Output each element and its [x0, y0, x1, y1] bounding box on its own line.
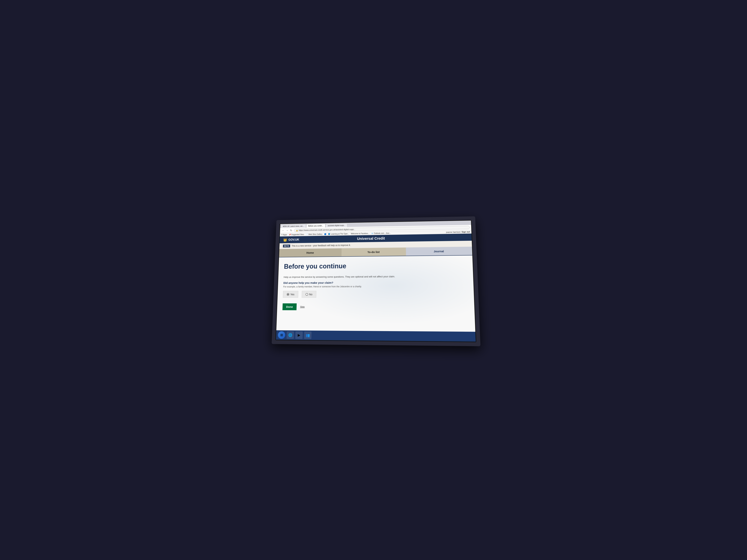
radio-no-label: No — [309, 293, 312, 296]
start-button[interactable]: ⊞ — [278, 331, 285, 339]
taskbar-item-users[interactable]: 👥 — [304, 331, 312, 339]
windows-icon: ⊞ — [280, 333, 283, 337]
sign-out-link[interactable]: Sign out — [462, 231, 470, 233]
main-content: Before you continue Help us improve the … — [276, 256, 475, 332]
done-button[interactable]: Done — [282, 303, 297, 310]
taskbar-item-media[interactable]: ▶ — [295, 331, 303, 339]
button-row: Done Skip — [282, 303, 468, 311]
address-text: https://www.universal-credit.service.gov… — [299, 228, 355, 231]
bookmark-webslice[interactable]: 📄 Web Slice Gallery — [306, 233, 323, 235]
media-icon: ▶ — [298, 333, 300, 337]
facebook-label: Welcome to Faceboo... — [351, 232, 369, 235]
radio-yes-input[interactable] — [287, 293, 289, 296]
page-heading: Before you continue — [284, 261, 467, 270]
chrome-icon: 🌐 — [288, 333, 292, 337]
forward-button[interactable]: → — [285, 229, 289, 232]
webslice-label: 📄 Web Slice Gallery — [306, 233, 323, 235]
back-button[interactable]: ← — [281, 229, 285, 232]
radio-no-input[interactable] — [306, 293, 308, 296]
tab-journal-label: Journal — [434, 250, 444, 253]
browser-tab-assisted[interactable]: assisted-digital-supp... — [326, 223, 347, 227]
taskbar-item-browser[interactable]: 🌐 — [286, 331, 294, 339]
radio-no[interactable]: No — [302, 291, 316, 298]
tab-home[interactable]: Home — [279, 248, 342, 257]
facebook-icon: 🔵 — [324, 233, 327, 235]
apps-label: ⠿ Apps — [281, 234, 287, 236]
service-title: Universal Credit — [299, 235, 445, 241]
lock-icon: 🔒 — [296, 229, 298, 231]
monitor-frame: MSN UK Latest news, we... Before you con… — [272, 216, 481, 346]
tab-home-label: Home — [306, 251, 314, 254]
tab-todo[interactable]: To-do list — [342, 247, 406, 256]
radio-yes[interactable]: Yes — [283, 291, 298, 298]
suggested-label: 📌 Suggested Sites — [289, 233, 304, 236]
browser-tab-msn[interactable]: MSN UK Latest news, we... — [281, 224, 306, 228]
bookmark-apps[interactable]: ⠿ Apps — [281, 234, 287, 236]
help-text: Help us improve the service by answering… — [284, 275, 411, 278]
skip-link[interactable]: Skip — [300, 305, 305, 308]
username-label: joanne harrison: — [446, 231, 461, 233]
govuk-logo-text: GOV.UK — [288, 238, 300, 241]
refresh-button[interactable]: ↻ — [289, 229, 293, 232]
crown-icon: 👑 — [283, 238, 287, 242]
bookmark-outlook[interactable]: 📧 Outlook.com - Jour... — [371, 232, 391, 234]
govuk-logo[interactable]: 👑 GOV.UK — [283, 238, 299, 242]
outlook-label: 📧 Outlook.com - Jour... — [371, 232, 391, 234]
beta-message: This is a new service - your feedback wi… — [292, 244, 351, 247]
screen: MSN UK Latest news, we... Before you con… — [275, 220, 476, 342]
taskbar: ⊞ 🌐 ▶ 👥 — [276, 330, 476, 342]
question-hint: For example, a family member, friend or … — [283, 285, 374, 288]
user-sign-out-area: joanne harrison: Sign out — [446, 231, 470, 233]
nav-buttons: ← → ↻ — [281, 229, 293, 232]
browser-tab-active[interactable]: Before you contin... — [306, 224, 325, 228]
bookmark-facebook[interactable]: Welcome to Faceboo... — [351, 232, 369, 235]
bookmark-facebook-icon[interactable]: 🔵 — [324, 233, 327, 235]
bookmark-suggested[interactable]: 📌 Suggested Sites — [289, 233, 304, 236]
users-icon: 👥 — [306, 333, 310, 337]
radio-group: Yes No — [283, 291, 468, 298]
tab-todo-label: To-do list — [367, 250, 380, 254]
learning-label: 📘 Learning at The Oper... — [328, 233, 349, 235]
beta-tag: BETA — [283, 244, 290, 247]
radio-yes-label: Yes — [290, 293, 294, 296]
bookmark-learning[interactable]: 📘 Learning at The Oper... — [328, 233, 349, 235]
tab-journal[interactable]: Journal — [406, 247, 472, 256]
question-label: Did anyone help you make your claim? — [283, 281, 468, 284]
